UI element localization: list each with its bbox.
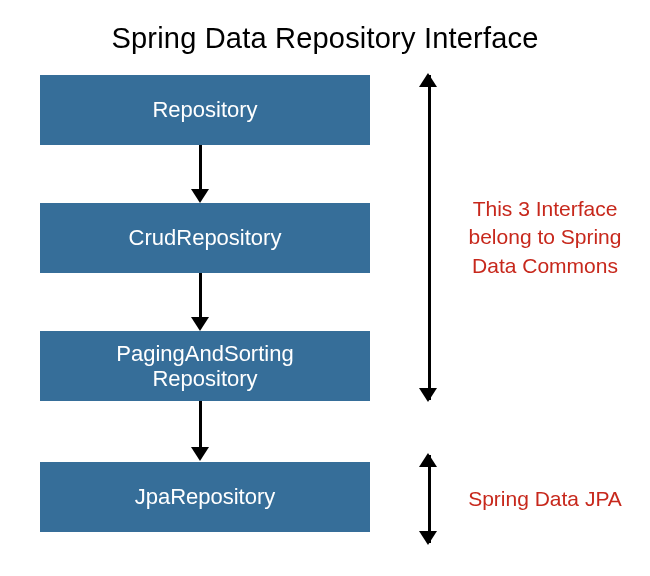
box-pagingandsorting-repository: PagingAndSorting Repository xyxy=(40,331,370,401)
box-pas-line2: Repository xyxy=(152,366,257,391)
annotation-commons-line2: belong to Spring xyxy=(469,225,622,248)
box-repository-label: Repository xyxy=(152,97,257,122)
annotation-commons: This 3 Interface belong to Spring Data C… xyxy=(450,195,640,280)
diagram-canvas: Repository CrudRepository PagingAndSorti… xyxy=(0,55,650,575)
bracket-vertical-icon xyxy=(428,75,431,400)
box-crud-repository: CrudRepository xyxy=(40,203,370,273)
annotation-commons-line1: This 3 Interface xyxy=(473,197,618,220)
box-jpa-repository: JpaRepository xyxy=(40,462,370,532)
box-pas-line1: PagingAndSorting xyxy=(116,341,293,366)
annotation-commons-line3: Data Commons xyxy=(472,254,618,277)
diagram-title: Spring Data Repository Interface xyxy=(0,0,650,55)
annotation-jpa-label: Spring Data JPA xyxy=(468,487,622,510)
box-crud-repository-label: CrudRepository xyxy=(129,225,282,250)
box-jpa-repository-label: JpaRepository xyxy=(135,484,276,509)
bracket-vertical-icon xyxy=(428,455,431,543)
annotation-jpa: Spring Data JPA xyxy=(450,485,640,513)
box-repository: Repository xyxy=(40,75,370,145)
